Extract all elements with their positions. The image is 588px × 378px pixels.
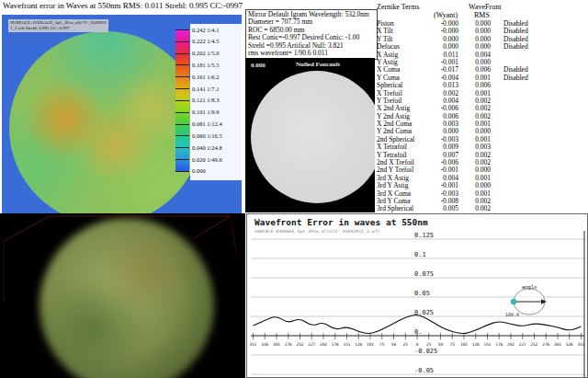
color-scale-tick xyxy=(175,147,189,148)
term-status xyxy=(491,90,586,97)
y-tick-label: 0.05 xyxy=(414,290,430,297)
color-scale-tick xyxy=(175,29,189,30)
x-tick-label: 50 xyxy=(391,342,397,347)
term-status xyxy=(491,143,586,151)
profile-plot: 0.1250.10.0750.050.0250.-0.025-0.0535132… xyxy=(247,214,587,377)
y-tick-label: -0.025 xyxy=(414,348,437,355)
y-tick-label: 0.075 xyxy=(414,270,434,278)
x-tick-label: 227 xyxy=(308,342,315,347)
color-scale-tick xyxy=(175,159,189,160)
x-tick-label: 126 xyxy=(355,342,362,347)
color-scale-value: 0.101 1/9.9 xyxy=(192,109,219,115)
foucault-value: 0.000 xyxy=(251,62,266,69)
x-tick-label: 276 xyxy=(285,342,292,347)
x-tick-label: 301 xyxy=(273,342,280,347)
x-tick-label: 276 xyxy=(542,342,549,347)
x-tick-label: 176 xyxy=(332,342,339,347)
x-tick-label: 202 xyxy=(507,342,514,347)
color-scale-value: 0.020 1/49.6 xyxy=(192,156,222,163)
angle-value-label: 180.0 xyxy=(505,312,519,317)
x-tick-label: 50 xyxy=(438,342,444,347)
color-scale-tick xyxy=(175,76,189,77)
mirror-parameter-line: rms wavefront= 1/90.6 0.011 xyxy=(248,50,375,57)
x-tick-label: 301 xyxy=(554,342,561,347)
x-tick-label: 151 xyxy=(343,342,350,347)
zernike-term-name: 3rd Spherical xyxy=(377,205,428,212)
color-scale-value: 0.121 1/8.3 xyxy=(192,97,219,103)
term-status: Disabled xyxy=(491,74,586,82)
color-scale-tick xyxy=(175,53,189,54)
x-tick-label: 326 xyxy=(261,342,268,347)
perspective-wireframe xyxy=(0,213,245,378)
x-tick-label: 202 xyxy=(320,342,327,347)
x-tick-label: 351 xyxy=(249,342,256,347)
color-scale-tick xyxy=(175,64,189,65)
surface-average-label-line2: 1_2 wft Strehl: 0.995 CC:-0.997 xyxy=(10,26,107,31)
surface-average-label: SURFACE AVERAGE_5p1_5Pos_alle72°_0509201… xyxy=(8,19,108,32)
x-tick-label: 25 xyxy=(426,342,432,347)
zernike-rows: Piston-0.0000.000DisabledX Tilt-0.0000.0… xyxy=(377,20,586,213)
term-status xyxy=(491,136,586,143)
color-scale-value: 0.141 1/7.1 xyxy=(192,86,219,92)
profile-chart-panel: 0.1250.10.0750.050.0250.-0.025-0.0535132… xyxy=(246,213,588,378)
color-scale-value: 0.040 1/24.8 xyxy=(192,144,222,151)
term-status xyxy=(491,105,586,112)
term-status xyxy=(491,159,586,166)
zernike-header: Zernike Terms xyxy=(377,3,420,11)
color-scale-value: 0.181 1/5.5 xyxy=(192,62,219,68)
x-tick-label: 351 xyxy=(577,342,584,347)
term-status xyxy=(491,82,586,89)
color-scale-value: 0.000 xyxy=(192,167,206,174)
term-status: Disabled xyxy=(491,43,586,51)
x-tick-label: 126 xyxy=(472,342,480,347)
wyant-column-header: (Wyant) xyxy=(434,11,458,19)
color-scale-tick xyxy=(175,100,189,101)
foucault-image xyxy=(251,71,375,203)
color-scale-tick xyxy=(175,171,189,172)
y-tick-label: 0. xyxy=(414,328,422,336)
color-scale-value: 0.060 1/16.5 xyxy=(192,132,222,139)
wavefront-surface-blob xyxy=(9,31,202,213)
term-status xyxy=(491,175,586,182)
angle-handle-dot[interactable] xyxy=(511,299,516,304)
rms-value: 0.002 xyxy=(458,205,491,212)
angle-widget-label: angle xyxy=(522,284,537,291)
x-tick-label: 151 xyxy=(483,342,491,347)
zernike-row: 3rd Spherical0.0050.002 xyxy=(377,205,586,212)
wavefront-map: SURFACE AVERAGE_5p1_5Pos_alle72°_0509201… xyxy=(2,15,242,213)
zernike-table: Zernike Terms WaveFront (Wyant) RMS Pist… xyxy=(375,0,588,213)
y-tick-label: 0.125 xyxy=(414,232,434,239)
x-tick-label: 75 xyxy=(450,342,456,347)
term-status xyxy=(491,166,586,174)
y-tick-label: 0.1 xyxy=(414,251,426,258)
x-tick-label: 0 xyxy=(416,342,419,347)
term-status xyxy=(491,182,586,189)
x-tick-label: 75 xyxy=(379,342,385,347)
term-status xyxy=(491,52,586,59)
chart-subtitle: SURFACE AVERAGE_5p1_5Pos_alle72°_0509201… xyxy=(254,229,380,234)
color-scale-tick xyxy=(175,88,189,89)
color-scale-value: 0.242 1/4.1 xyxy=(192,27,219,33)
wavefront-surface-image xyxy=(9,31,202,213)
term-status xyxy=(491,190,586,198)
x-tick-label: 227 xyxy=(519,342,526,347)
x-tick-label: 252 xyxy=(296,342,303,347)
rms-column-header: RMS xyxy=(474,11,490,19)
wavefront-header: WaveFront xyxy=(469,3,501,11)
color-scale-value: 0.222 1/4.5 xyxy=(192,38,219,44)
wyant-value: 0.005 xyxy=(428,205,458,212)
term-status xyxy=(491,120,586,128)
wavefront-map-title: Wavefront error in Waves at 550nm RMS: 0… xyxy=(3,1,243,10)
x-tick-label: 101 xyxy=(367,342,374,347)
term-status xyxy=(491,198,586,205)
color-scale-value: 0.202 1/5.0 xyxy=(192,50,219,56)
y-tick-label: -0.05 xyxy=(414,367,434,374)
term-status xyxy=(491,152,586,159)
mirror-parameters-box: Mirror Default Igram Wavelength: 532.0nm… xyxy=(245,9,378,60)
term-status xyxy=(491,113,586,120)
chart-title: Wavefront Error in waves at 550nm xyxy=(254,217,428,227)
color-scale-tick xyxy=(175,112,189,113)
color-scale-tick xyxy=(175,135,189,136)
app-window: Wavefront error in Waves at 550nm RMS: 0… xyxy=(0,0,588,378)
angle-selector[interactable]: angle180.0 xyxy=(505,284,547,317)
